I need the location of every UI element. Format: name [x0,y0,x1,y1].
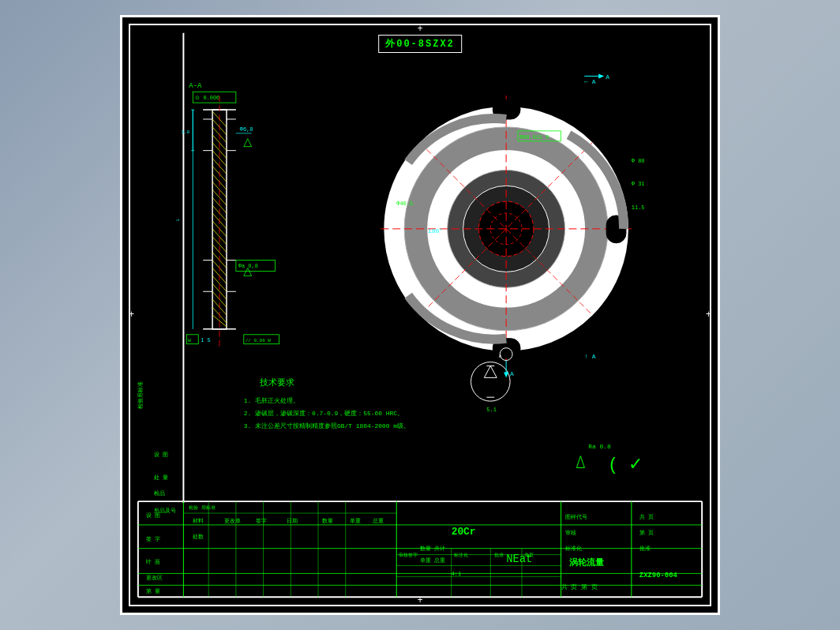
cross-right: + [706,309,711,321]
cross-bottom: + [417,595,422,606]
cross-top: + [417,24,422,35]
cross-left: + [129,309,134,321]
frame-outer [129,24,711,606]
drawing-container: 外00-8SZX2 + + + + 检验用标准 设 图 处 量 检品 所品及号 … [120,15,720,615]
drawing-top-title: 外00-8SZX2 [378,35,462,53]
